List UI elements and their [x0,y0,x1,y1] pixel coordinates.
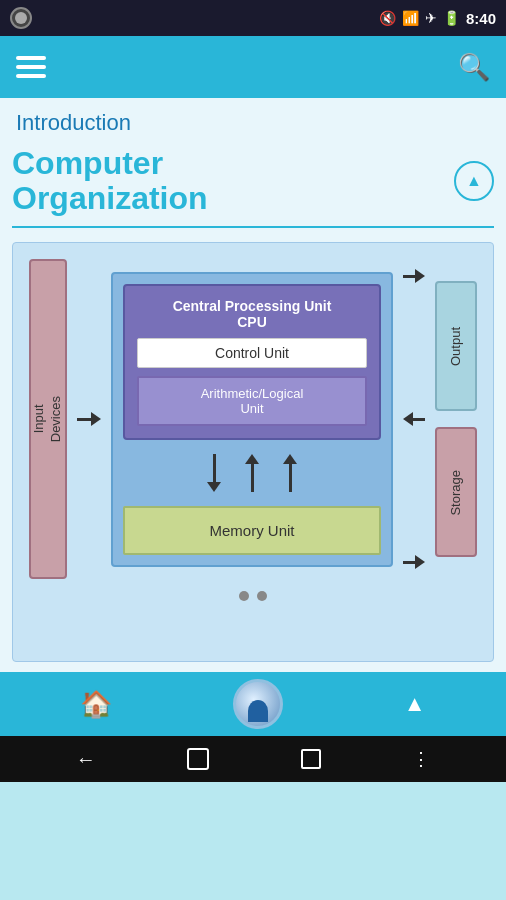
status-bar-left [10,7,32,29]
storage-out-arrow [403,555,425,569]
dot-1 [239,591,249,601]
up-arrow-2 [283,454,297,492]
battery-icon: 🔋 [443,10,460,26]
search-button[interactable]: 🔍 [458,52,490,83]
dot-2 [257,591,267,601]
scroll-up-button[interactable]: ▲ [404,691,426,717]
storage-in-arrow [403,412,425,426]
control-unit-box: Control Unit [137,338,367,368]
home-button[interactable]: 🏠 [80,689,112,720]
pagination [239,591,267,601]
page-title: Computer Organization [12,146,208,216]
content-area: Computer Organization InputDevices [0,146,506,672]
back-button[interactable]: ← [76,748,96,771]
main-cpu-area: Central Processing Unit CPU Control Unit… [111,272,393,567]
status-time: 8:40 [466,10,496,27]
output-box: Output [435,281,477,411]
brand-logo [233,679,283,729]
airplane-icon: ✈ [425,10,437,26]
android-icon [10,7,32,29]
alu-box: Arithmetic/Logical Unit [137,376,367,426]
input-devices-box: InputDevices [29,259,67,579]
memory-box: Memory Unit [123,506,381,555]
input-arrow [77,259,101,579]
cpu-memory-arrows [123,446,381,500]
wifi-icon: 📶 [402,10,419,26]
output-label: Output [448,327,465,366]
status-bar: 🔇 📶 ✈ 🔋 8:40 [0,0,506,36]
diagram-layout: InputDevices Central Processing Unit CPU [29,259,477,579]
cpu-title: Central Processing Unit CPU [173,298,332,330]
output-arrow [403,269,425,283]
diagram-container: InputDevices Central Processing Unit CPU [12,242,494,662]
hamburger-menu-button[interactable] [16,56,46,78]
top-nav: 🔍 [0,36,506,98]
storage-label: Storage [448,470,465,516]
right-arrows [403,259,425,579]
more-options-button[interactable]: ⋮ [412,748,430,770]
down-arrow [207,454,221,492]
bottom-nav: 🏠 ▲ [0,672,506,736]
title-section: Computer Organization [12,146,494,228]
mute-icon: 🔇 [379,10,396,26]
cpu-box: Central Processing Unit CPU Control Unit… [123,284,381,440]
status-bar-right: 🔇 📶 ✈ 🔋 8:40 [379,10,496,27]
recents-button[interactable] [301,749,321,769]
introduction-label: Introduction [16,110,490,136]
storage-box: Storage [435,427,477,557]
up-arrow [245,454,259,492]
android-nav: ← ⋮ [0,736,506,782]
input-devices-label: InputDevices [31,396,65,442]
home-nav-button[interactable] [187,748,209,770]
scroll-top-button[interactable] [454,161,494,201]
right-column: Output Storage [435,281,477,557]
page-header: Introduction [0,98,506,146]
